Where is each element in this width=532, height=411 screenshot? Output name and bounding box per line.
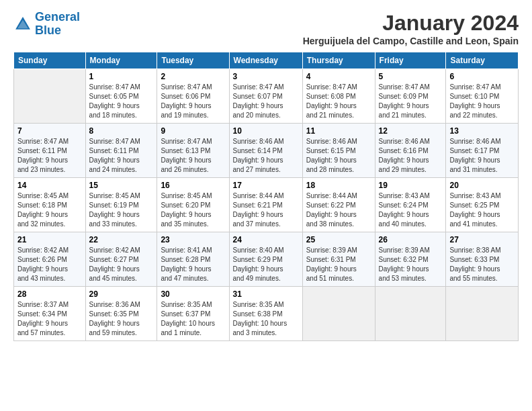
table-row: 14Sunrise: 8:45 AM Sunset: 6:18 PM Dayli…	[14, 178, 86, 232]
table-row: 29Sunrise: 8:36 AM Sunset: 6:35 PM Dayli…	[85, 287, 157, 341]
day-info: Sunrise: 8:46 AM Sunset: 6:15 PM Dayligh…	[306, 137, 371, 175]
table-row: 23Sunrise: 8:41 AM Sunset: 6:28 PM Dayli…	[157, 232, 229, 287]
day-number: 18	[306, 181, 371, 190]
title-block: January 2024 Herguijuela del Campo, Cast…	[303, 11, 519, 46]
calendar-week-row: 7Sunrise: 8:47 AM Sunset: 6:11 PM Daylig…	[14, 124, 519, 178]
table-row: 10Sunrise: 8:46 AM Sunset: 6:14 PM Dayli…	[229, 124, 302, 178]
table-row: 22Sunrise: 8:42 AM Sunset: 6:27 PM Dayli…	[85, 232, 157, 287]
day-number: 25	[306, 235, 371, 244]
day-number: 4	[306, 72, 371, 81]
col-sunday: Sunday	[14, 52, 86, 69]
table-row: 1Sunrise: 8:47 AM Sunset: 6:05 PM Daylig…	[85, 69, 157, 124]
day-info: Sunrise: 8:39 AM Sunset: 6:31 PM Dayligh…	[306, 246, 371, 283]
table-row: 26Sunrise: 8:39 AM Sunset: 6:32 PM Dayli…	[375, 232, 446, 287]
day-info: Sunrise: 8:37 AM Sunset: 6:34 PM Dayligh…	[17, 300, 82, 338]
table-row: 8Sunrise: 8:47 AM Sunset: 6:11 PM Daylig…	[85, 124, 157, 178]
col-tuesday: Tuesday	[157, 52, 229, 69]
day-info: Sunrise: 8:47 AM Sunset: 6:06 PM Dayligh…	[161, 83, 225, 120]
table-row: 9Sunrise: 8:47 AM Sunset: 6:13 PM Daylig…	[157, 124, 229, 178]
col-monday: Monday	[85, 52, 157, 69]
table-row: 3Sunrise: 8:47 AM Sunset: 6:07 PM Daylig…	[229, 69, 302, 124]
logo-text: General Blue	[35, 11, 80, 38]
day-info: Sunrise: 8:47 AM Sunset: 6:08 PM Dayligh…	[306, 83, 371, 120]
day-number: 7	[17, 126, 82, 136]
day-info: Sunrise: 8:47 AM Sunset: 6:11 PM Dayligh…	[89, 137, 154, 175]
day-info: Sunrise: 8:44 AM Sunset: 6:21 PM Dayligh…	[233, 191, 299, 229]
day-number: 9	[161, 126, 225, 136]
day-info: Sunrise: 8:42 AM Sunset: 6:26 PM Dayligh…	[17, 246, 82, 283]
subtitle: Herguijuela del Campo, Castille and Leon…	[303, 36, 519, 46]
table-row: 30Sunrise: 8:35 AM Sunset: 6:37 PM Dayli…	[157, 287, 229, 341]
day-number: 29	[89, 289, 154, 299]
calendar-week-row: 28Sunrise: 8:37 AM Sunset: 6:34 PM Dayli…	[14, 287, 519, 341]
day-number: 20	[449, 181, 515, 190]
day-number: 22	[89, 235, 154, 244]
table-row: 16Sunrise: 8:45 AM Sunset: 6:20 PM Dayli…	[157, 178, 229, 232]
col-thursday: Thursday	[302, 52, 375, 69]
table-row: 11Sunrise: 8:46 AM Sunset: 6:15 PM Dayli…	[302, 124, 375, 178]
page: General Blue January 2024 Herguijuela de…	[0, 0, 532, 411]
day-number: 12	[379, 126, 443, 136]
day-number: 30	[161, 289, 225, 299]
day-info: Sunrise: 8:47 AM Sunset: 6:07 PM Dayligh…	[233, 83, 299, 120]
table-row	[302, 287, 375, 341]
day-number: 8	[89, 126, 154, 136]
day-info: Sunrise: 8:35 AM Sunset: 6:38 PM Dayligh…	[233, 300, 299, 338]
day-number: 14	[17, 181, 82, 190]
table-row: 2Sunrise: 8:47 AM Sunset: 6:06 PM Daylig…	[157, 69, 229, 124]
day-info: Sunrise: 8:43 AM Sunset: 6:25 PM Dayligh…	[449, 191, 515, 229]
day-number: 24	[233, 235, 299, 244]
day-info: Sunrise: 8:45 AM Sunset: 6:20 PM Dayligh…	[161, 191, 225, 229]
calendar-week-row: 21Sunrise: 8:42 AM Sunset: 6:26 PM Dayli…	[14, 232, 519, 287]
day-info: Sunrise: 8:46 AM Sunset: 6:16 PM Dayligh…	[379, 137, 443, 175]
day-info: Sunrise: 8:44 AM Sunset: 6:22 PM Dayligh…	[306, 191, 371, 229]
day-number: 17	[233, 181, 299, 190]
day-info: Sunrise: 8:46 AM Sunset: 6:14 PM Dayligh…	[233, 137, 299, 175]
day-number: 3	[233, 72, 299, 81]
table-row: 25Sunrise: 8:39 AM Sunset: 6:31 PM Dayli…	[302, 232, 375, 287]
calendar-header-row: Sunday Monday Tuesday Wednesday Thursday…	[14, 52, 519, 69]
calendar-table: Sunday Monday Tuesday Wednesday Thursday…	[13, 52, 519, 341]
day-number: 10	[233, 126, 299, 136]
day-number: 16	[161, 181, 225, 190]
day-number: 19	[379, 181, 443, 190]
col-saturday: Saturday	[446, 52, 519, 69]
day-number: 15	[89, 181, 154, 190]
logo: General Blue	[13, 11, 80, 38]
day-info: Sunrise: 8:43 AM Sunset: 6:24 PM Dayligh…	[379, 191, 443, 229]
calendar-week-row: 14Sunrise: 8:45 AM Sunset: 6:18 PM Dayli…	[14, 178, 519, 232]
table-row: 6Sunrise: 8:47 AM Sunset: 6:10 PM Daylig…	[446, 69, 519, 124]
table-row: 28Sunrise: 8:37 AM Sunset: 6:34 PM Dayli…	[14, 287, 86, 341]
table-row: 17Sunrise: 8:44 AM Sunset: 6:21 PM Dayli…	[229, 178, 302, 232]
day-number: 23	[161, 235, 225, 244]
day-info: Sunrise: 8:35 AM Sunset: 6:37 PM Dayligh…	[161, 300, 225, 338]
table-row: 19Sunrise: 8:43 AM Sunset: 6:24 PM Dayli…	[375, 178, 446, 232]
day-info: Sunrise: 8:45 AM Sunset: 6:19 PM Dayligh…	[89, 191, 154, 229]
day-info: Sunrise: 8:47 AM Sunset: 6:05 PM Dayligh…	[89, 83, 154, 120]
col-wednesday: Wednesday	[229, 52, 302, 69]
day-info: Sunrise: 8:36 AM Sunset: 6:35 PM Dayligh…	[89, 300, 154, 338]
table-row: 20Sunrise: 8:43 AM Sunset: 6:25 PM Dayli…	[446, 178, 519, 232]
day-info: Sunrise: 8:38 AM Sunset: 6:33 PM Dayligh…	[449, 246, 515, 283]
calendar-week-row: 1Sunrise: 8:47 AM Sunset: 6:05 PM Daylig…	[14, 69, 519, 124]
logo-icon	[13, 15, 32, 34]
day-number: 21	[17, 235, 82, 244]
day-info: Sunrise: 8:47 AM Sunset: 6:10 PM Dayligh…	[449, 83, 515, 120]
day-number: 2	[161, 72, 225, 81]
day-info: Sunrise: 8:47 AM Sunset: 6:13 PM Dayligh…	[161, 137, 225, 175]
day-number: 13	[449, 126, 515, 136]
day-info: Sunrise: 8:46 AM Sunset: 6:17 PM Dayligh…	[449, 137, 515, 175]
day-number: 11	[306, 126, 371, 136]
day-info: Sunrise: 8:39 AM Sunset: 6:32 PM Dayligh…	[379, 246, 443, 283]
day-number: 27	[449, 235, 515, 244]
header: General Blue January 2024 Herguijuela de…	[13, 11, 519, 46]
day-number: 26	[379, 235, 443, 244]
day-info: Sunrise: 8:41 AM Sunset: 6:28 PM Dayligh…	[161, 246, 225, 283]
table-row	[446, 287, 519, 341]
table-row: 4Sunrise: 8:47 AM Sunset: 6:08 PM Daylig…	[302, 69, 375, 124]
day-number: 1	[89, 72, 154, 81]
table-row	[375, 287, 446, 341]
table-row: 24Sunrise: 8:40 AM Sunset: 6:29 PM Dayli…	[229, 232, 302, 287]
table-row: 15Sunrise: 8:45 AM Sunset: 6:19 PM Dayli…	[85, 178, 157, 232]
main-title: January 2024	[303, 11, 519, 36]
